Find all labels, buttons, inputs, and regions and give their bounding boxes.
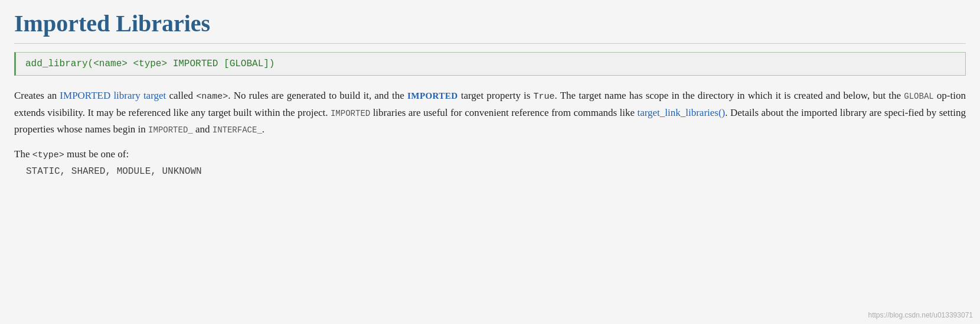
- type-must-paragraph: The <type> must be one of:: [14, 148, 966, 160]
- code-signature-text: add_library(<name> <type> IMPORTED [GLOB…: [25, 59, 275, 69]
- target-link-libraries-link[interactable]: target_link_libraries(): [637, 107, 725, 118]
- imported-link[interactable]: IMPORTED: [407, 91, 458, 101]
- main-description: Creates an IMPORTED library target calle…: [14, 88, 966, 138]
- type-list: STATIC, SHARED, MODULE, UNKNOWN: [26, 166, 966, 177]
- global-code: GLOBAL: [904, 92, 933, 101]
- desc-part7: libraries are useful for convenient refe…: [370, 107, 637, 118]
- true-code: True: [534, 92, 555, 102]
- name-code: <name>: [196, 92, 228, 102]
- desc-part2: called: [166, 90, 196, 101]
- page-title: Imported Libraries: [14, 9, 966, 44]
- desc-part10: .: [262, 124, 264, 135]
- desc-part4: target property is: [458, 90, 534, 101]
- imported-prefix-code: IMPORTED_: [148, 125, 193, 135]
- code-signature-block: add_library(<name> <type> IMPORTED [GLOB…: [14, 52, 966, 76]
- type-prefix: The: [14, 148, 32, 160]
- footer-url: https://blog.csdn.net/u013393071: [868, 311, 973, 319]
- type-values: STATIC, SHARED, MODULE, UNKNOWN: [26, 166, 202, 177]
- imported-code: IMPORTED: [331, 109, 370, 118]
- desc-part5: . The target name has scope in the direc…: [555, 90, 904, 101]
- desc-part1: Creates an: [14, 90, 60, 101]
- type-suffix: must be one of:: [64, 148, 129, 160]
- desc-part9: and: [193, 124, 213, 135]
- interface-prefix-code: INTERFACE_: [213, 125, 262, 135]
- imported-library-target-link[interactable]: IMPORTED library target: [60, 90, 166, 101]
- type-code: <type>: [32, 150, 64, 160]
- desc-part3: . No rules are generated to build it, an…: [228, 90, 407, 101]
